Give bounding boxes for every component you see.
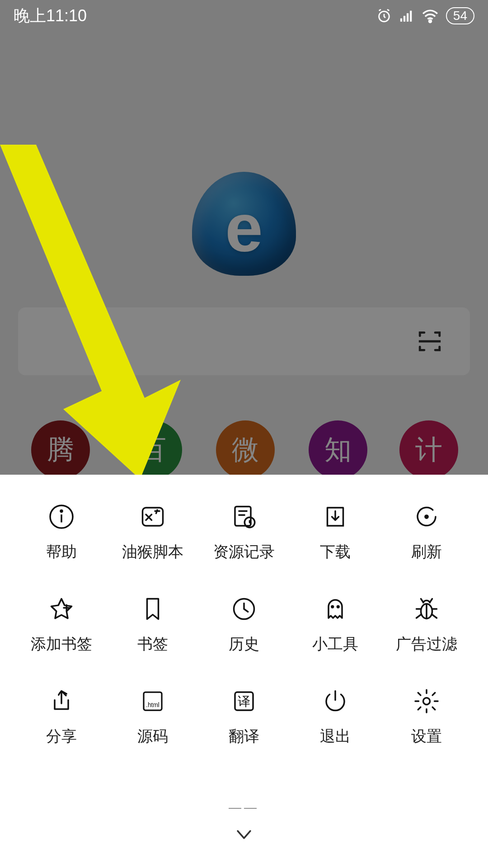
translate-icon: 译 bbox=[229, 686, 259, 716]
svg-text:译: 译 bbox=[238, 694, 250, 708]
menu-download[interactable]: 下载 bbox=[292, 502, 379, 562]
share-icon bbox=[47, 686, 76, 716]
svg-point-18 bbox=[332, 606, 333, 608]
menu-sheet: 帮助 油猴脚本 资源记录 下载 刷新 bbox=[0, 475, 488, 868]
download-icon bbox=[320, 502, 350, 532]
battery-indicator: 54 bbox=[446, 7, 474, 24]
alarm-icon bbox=[376, 8, 392, 24]
svg-rect-2 bbox=[400, 19, 402, 22]
menu-add-bookmark[interactable]: 添加书签 bbox=[18, 594, 105, 655]
drag-handle[interactable]: —— bbox=[229, 800, 259, 815]
svg-rect-3 bbox=[404, 16, 405, 22]
svg-point-19 bbox=[337, 606, 339, 608]
menu-source[interactable]: .html 源码 bbox=[109, 686, 196, 747]
menu-tampermonkey[interactable]: 油猴脚本 bbox=[109, 502, 196, 562]
power-icon bbox=[320, 686, 350, 716]
star-plus-icon bbox=[47, 594, 76, 624]
svg-text:.html: .html bbox=[146, 702, 160, 708]
svg-rect-12 bbox=[235, 507, 251, 526]
html-icon: .html bbox=[138, 686, 168, 716]
status-bar: 晚上11:10 54 bbox=[0, 0, 488, 32]
menu-exit[interactable]: 退出 bbox=[292, 686, 379, 747]
menu-refresh[interactable]: 刷新 bbox=[383, 502, 470, 562]
clock-icon bbox=[229, 594, 259, 624]
status-time: 晚上11:10 bbox=[14, 5, 87, 27]
ghost-icon bbox=[320, 594, 350, 624]
svg-point-25 bbox=[423, 698, 430, 705]
chevron-down-icon[interactable] bbox=[233, 824, 255, 845]
menu-ad-filter[interactable]: 广告过滤 bbox=[383, 594, 470, 655]
menu-translate[interactable]: 译 翻译 bbox=[201, 686, 287, 747]
menu-help[interactable]: 帮助 bbox=[18, 502, 105, 562]
menu-bookmarks[interactable]: 书签 bbox=[109, 594, 196, 655]
menu-share[interactable]: 分享 bbox=[18, 686, 105, 747]
menu-history[interactable]: 历史 bbox=[201, 594, 287, 655]
document-clock-icon bbox=[229, 502, 259, 532]
menu-resource-log[interactable]: 资源记录 bbox=[201, 502, 287, 562]
bug-icon bbox=[412, 594, 441, 624]
info-icon bbox=[47, 502, 76, 532]
bookmark-icon bbox=[138, 594, 168, 624]
signal-icon bbox=[399, 8, 414, 24]
wifi-icon bbox=[422, 8, 439, 24]
menu-tools[interactable]: 小工具 bbox=[292, 594, 379, 655]
svg-point-6 bbox=[429, 20, 431, 22]
script-icon bbox=[138, 502, 168, 532]
gear-icon bbox=[412, 686, 441, 716]
svg-point-16 bbox=[425, 515, 428, 518]
menu-settings[interactable]: 设置 bbox=[383, 686, 470, 747]
svg-rect-4 bbox=[407, 13, 408, 21]
refresh-icon bbox=[412, 502, 441, 532]
svg-point-10 bbox=[61, 510, 62, 512]
svg-rect-5 bbox=[410, 11, 412, 22]
